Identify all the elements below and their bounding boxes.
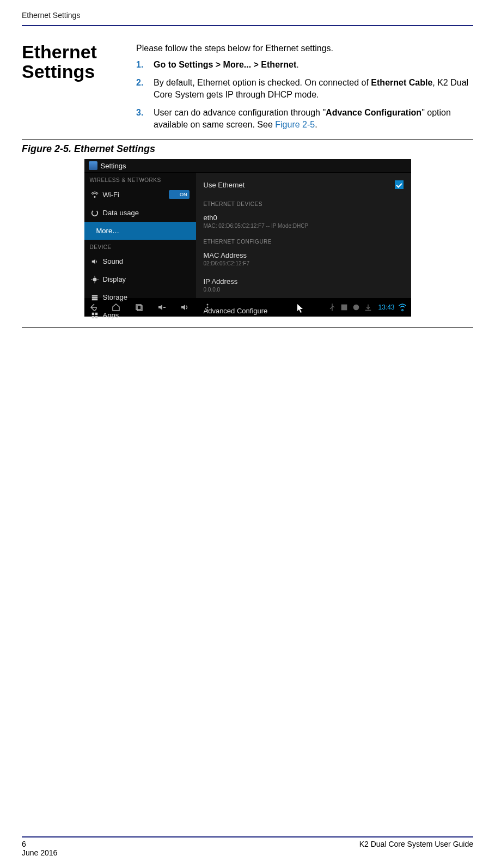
sidebar-apps-label: Apps [103, 311, 119, 319]
svg-point-20 [353, 305, 359, 311]
data-usage-icon [91, 209, 99, 217]
svg-rect-12 [95, 316, 97, 318]
sidebar-display-label: Display [103, 275, 126, 283]
figure-rule-top [22, 139, 473, 140]
svg-rect-11 [91, 316, 94, 318]
step-2-a: By default, Ethernet option is checked. … [154, 78, 371, 87]
recent-apps-icon[interactable] [135, 303, 143, 312]
step-3-a: User can do advance configuration throug… [154, 108, 326, 117]
figure-rule-bottom [22, 327, 473, 328]
use-ethernet-label: Use Ethernet [204, 181, 245, 189]
sidebar-sound-label: Sound [103, 257, 124, 265]
step-1-tail: . [296, 60, 298, 69]
sidebar-more-label: More… [96, 227, 120, 235]
intro-text: Please follow the steps below for Ethern… [136, 43, 473, 54]
settings-main-pane: Use Ethernet ETHERNET DEVICES eth0 MAC: … [196, 173, 411, 298]
menu-icon[interactable] [203, 303, 212, 312]
eth0-row[interactable]: eth0 [196, 208, 411, 223]
step-1-bold: Go to Settings > More... > Ethernet [154, 60, 296, 69]
volume-up-icon[interactable] [180, 303, 189, 312]
display-icon [91, 276, 99, 283]
usb-status-icon [328, 303, 337, 312]
svg-rect-10 [95, 313, 97, 315]
ethernet-devices-header: ETHERNET DEVICES [196, 197, 411, 208]
step-3-d: . [315, 120, 317, 129]
sidebar-item-more[interactable]: More… [84, 222, 196, 240]
debug-status-icon [352, 303, 360, 312]
mouse-cursor-icon [297, 304, 304, 313]
ip-address-row: IP Address [196, 272, 411, 287]
figure-screenshot: Settings WIRELESS & NETWORKS Wi-Fi ON [22, 159, 473, 317]
wifi-status-icon [398, 303, 407, 312]
svg-rect-7 [91, 297, 97, 299]
use-ethernet-checkbox-icon[interactable] [395, 180, 404, 189]
svg-point-1 [93, 277, 96, 281]
step-text: By default, Ethernet option is checked. … [154, 77, 473, 101]
svg-point-18 [206, 309, 208, 311]
apps-icon [91, 312, 99, 319]
figure-caption: Figure 2-5. Ethernet Settings [22, 143, 473, 155]
download-status-icon [364, 303, 372, 312]
svg-rect-6 [91, 295, 97, 296]
sidebar-data-usage-label: Data usage [103, 209, 139, 217]
svg-rect-19 [341, 305, 347, 311]
use-ethernet-row[interactable]: Use Ethernet [196, 173, 411, 197]
mac-address-row: MAC Address [196, 246, 411, 260]
svg-point-0 [91, 210, 97, 216]
step-3: 3. User can do advance configuration thr… [136, 107, 473, 131]
footer-date: June 2016 [22, 848, 57, 857]
sidebar-item-display[interactable]: Display [84, 270, 196, 288]
sidebar-item-wifi[interactable]: Wi-Fi ON [84, 185, 196, 204]
page-footer: 6 June 2016 K2 Dual Core System User Gui… [22, 840, 473, 857]
mac-address-value: 02:D6:05:C2:12:F7 [196, 260, 411, 272]
section-heading: Ethernet Settings [22, 43, 114, 136]
category-device: DEVICE [84, 240, 196, 252]
footer-rule [22, 836, 473, 837]
body-content: Please follow the steps below for Ethern… [136, 43, 473, 136]
step-2-bold: Ethernet Cable [371, 78, 432, 87]
sidebar-item-data-usage[interactable]: Data usage [84, 204, 196, 222]
footer-doc-title: K2 Dual Core System User Guide [359, 840, 473, 857]
step-text: Go to Settings > More... > Ethernet. [154, 59, 473, 71]
back-icon[interactable] [89, 303, 97, 312]
step-text: User can do advance configuration throug… [154, 107, 473, 131]
eth0-details: MAC: 02:D6:05:C2:12:F7 -- IP Mode:DHCP [196, 223, 411, 234]
wifi-icon [91, 191, 99, 198]
sidebar-item-sound[interactable]: Sound [84, 252, 196, 270]
figure-cross-ref[interactable]: Figure 2-5 [275, 120, 315, 129]
svg-point-17 [206, 307, 208, 308]
storage-icon [91, 294, 99, 301]
ip-address-value: 0.0.0.0 [196, 287, 411, 298]
header-rule [22, 25, 473, 26]
status-clock: 13:43 [378, 304, 394, 311]
sidebar-storage-label: Storage [103, 293, 128, 301]
svg-point-16 [206, 304, 208, 306]
advanced-configure-label: Advanced Configure [204, 307, 268, 315]
volume-down-icon[interactable] [157, 303, 166, 312]
step-number: 2. [136, 77, 147, 101]
step-2: 2. By default, Ethernet option is checke… [136, 77, 473, 101]
step-number: 1. [136, 59, 147, 71]
svg-rect-9 [91, 313, 94, 315]
step-1: 1. Go to Settings > More... > Ethernet. [136, 59, 473, 71]
svg-rect-8 [91, 299, 97, 300]
sd-status-icon [340, 303, 349, 312]
ethernet-configure-header: ETHERNET CONFIGURE [196, 234, 411, 246]
page-number: 6 [22, 840, 57, 848]
settings-sidebar: WIRELESS & NETWORKS Wi-Fi ON Data usage [84, 173, 196, 298]
sidebar-wifi-label: Wi-Fi [103, 191, 119, 199]
window-title: Settings [101, 162, 126, 170]
window-title-bar: Settings [84, 159, 411, 173]
sound-icon [91, 258, 99, 265]
settings-app-icon [89, 161, 97, 170]
step-number: 3. [136, 107, 147, 131]
step-3-bold: Advance Configuration [326, 108, 421, 117]
category-wireless: WIRELESS & NETWORKS [84, 173, 196, 185]
wifi-toggle[interactable]: ON [169, 190, 190, 199]
home-icon[interactable] [112, 303, 120, 312]
running-header: Ethernet Settings [22, 11, 473, 23]
